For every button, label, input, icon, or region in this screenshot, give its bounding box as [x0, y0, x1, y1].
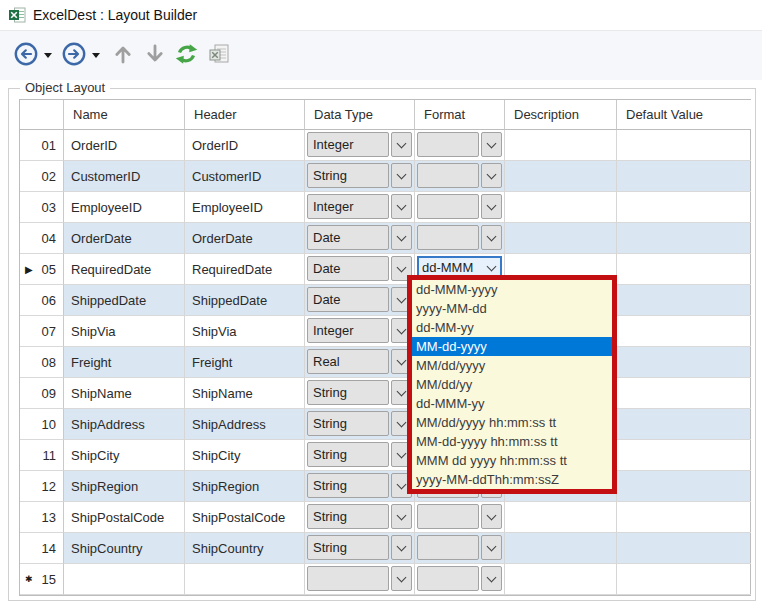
description-cell[interactable] [505, 161, 617, 192]
name-cell[interactable]: EmployeeID [64, 192, 185, 223]
combobox-dropdown-button[interactable] [391, 225, 412, 250]
data-type-combobox[interactable]: Date [307, 225, 412, 250]
combobox-dropdown-button[interactable] [481, 566, 502, 591]
column-header-format[interactable]: Format [415, 100, 505, 130]
default-value-cell[interactable] [617, 316, 751, 347]
data-type-combobox[interactable]: String [307, 411, 412, 436]
data-type-combobox[interactable]: String [307, 380, 412, 405]
row-header[interactable]: 11 [20, 440, 64, 471]
default-value-cell[interactable] [617, 130, 751, 161]
data-type-combobox[interactable] [307, 566, 412, 591]
description-cell[interactable] [505, 192, 617, 223]
name-cell[interactable]: ShipCity [64, 440, 185, 471]
format-combobox[interactable] [417, 163, 502, 188]
combobox-dropdown-button[interactable] [391, 132, 412, 157]
column-header-data-type[interactable]: Data Type [305, 100, 415, 130]
format-option[interactable]: MM-dd-yyyy [412, 337, 612, 356]
row-header[interactable]: 13 [20, 502, 64, 533]
combobox-dropdown-button[interactable] [481, 504, 502, 529]
move-up-button[interactable] [112, 42, 134, 69]
format-combobox[interactable] [417, 504, 502, 529]
export-excel-button[interactable] [207, 43, 231, 69]
data-type-combobox[interactable]: Date [307, 256, 412, 281]
default-value-cell[interactable] [617, 409, 751, 440]
name-cell[interactable] [64, 564, 185, 595]
header-cell[interactable]: RequiredDate [185, 254, 305, 285]
header-cell[interactable]: Freight [185, 347, 305, 378]
format-option[interactable]: dd-MMM-yyyy [412, 280, 612, 299]
format-option[interactable]: MM/dd/yyyy hh:mm:ss tt [412, 413, 612, 432]
name-cell[interactable]: ShipName [64, 378, 185, 409]
data-type-combobox[interactable]: String [307, 442, 412, 467]
data-type-combobox[interactable]: String [307, 504, 412, 529]
forward-history-button[interactable] [92, 53, 100, 58]
header-cell[interactable]: ShipName [185, 378, 305, 409]
column-header-default-value[interactable]: Default Value [617, 100, 751, 130]
description-cell[interactable] [505, 223, 617, 254]
header-cell[interactable]: EmployeeID [185, 192, 305, 223]
name-cell[interactable]: ShipCountry [64, 533, 185, 564]
default-value-cell[interactable] [617, 254, 751, 285]
row-header[interactable]: 01 [20, 130, 64, 161]
description-cell[interactable] [505, 533, 617, 564]
header-cell[interactable]: ShipPostalCode [185, 502, 305, 533]
name-cell[interactable]: RequiredDate [64, 254, 185, 285]
format-option[interactable]: dd-MM-yy [412, 318, 612, 337]
combobox-dropdown-button[interactable] [391, 163, 412, 188]
name-cell[interactable]: OrderID [64, 130, 185, 161]
default-value-cell[interactable] [617, 533, 751, 564]
row-header[interactable]: 14 [20, 533, 64, 564]
header-cell[interactable]: ShippedDate [185, 285, 305, 316]
format-combobox[interactable] [417, 194, 502, 219]
default-value-cell[interactable] [617, 192, 751, 223]
format-option[interactable]: MM-dd-yyyy hh:mm:ss tt [412, 432, 612, 451]
back-button[interactable] [14, 42, 38, 69]
format-option[interactable]: yyyy-MM-ddThh:mm:ssZ [412, 470, 612, 489]
refresh-button[interactable] [174, 42, 199, 69]
name-cell[interactable]: ShipRegion [64, 471, 185, 502]
back-history-button[interactable] [44, 53, 52, 58]
name-cell[interactable]: Freight [64, 347, 185, 378]
combobox-dropdown-button[interactable] [391, 535, 412, 560]
combobox-dropdown-button[interactable] [481, 225, 502, 250]
data-type-combobox[interactable]: Real [307, 349, 412, 374]
header-cell[interactable]: OrderID [185, 130, 305, 161]
header-cell[interactable]: ShipRegion [185, 471, 305, 502]
default-value-cell[interactable] [617, 440, 751, 471]
header-cell[interactable]: OrderDate [185, 223, 305, 254]
column-header-rownum[interactable] [20, 100, 64, 130]
default-value-cell[interactable] [617, 471, 751, 502]
row-header[interactable]: 02 [20, 161, 64, 192]
data-type-combobox[interactable]: Integer [307, 132, 412, 157]
row-header[interactable]: ▶ 05 [20, 254, 64, 285]
format-option[interactable]: dd-MMM-yy [412, 394, 612, 413]
combobox-dropdown-button[interactable] [481, 535, 502, 560]
row-header[interactable]: 06 [20, 285, 64, 316]
name-cell[interactable]: CustomerID [64, 161, 185, 192]
row-header[interactable]: 04 [20, 223, 64, 254]
row-header[interactable]: ✱ 15 [20, 564, 64, 595]
default-value-cell[interactable] [617, 285, 751, 316]
default-value-cell[interactable] [617, 223, 751, 254]
name-cell[interactable]: ShippedDate [64, 285, 185, 316]
row-header[interactable]: 03 [20, 192, 64, 223]
header-cell[interactable]: ShipCity [185, 440, 305, 471]
move-down-button[interactable] [144, 42, 166, 69]
header-cell[interactable]: ShipCountry [185, 533, 305, 564]
header-cell[interactable]: ShipAddress [185, 409, 305, 440]
combobox-dropdown-button[interactable] [391, 194, 412, 219]
default-value-cell[interactable] [617, 378, 751, 409]
combobox-dropdown-button[interactable] [481, 194, 502, 219]
default-value-cell[interactable] [617, 502, 751, 533]
default-value-cell[interactable] [617, 347, 751, 378]
combobox-dropdown-button[interactable] [391, 504, 412, 529]
data-type-combobox[interactable]: String [307, 163, 412, 188]
format-combobox[interactable] [417, 225, 502, 250]
data-type-combobox[interactable]: String [307, 535, 412, 560]
combobox-dropdown-button[interactable] [481, 132, 502, 157]
row-header[interactable]: 08 [20, 347, 64, 378]
row-header[interactable]: 10 [20, 409, 64, 440]
default-value-cell[interactable] [617, 564, 751, 595]
column-header-description[interactable]: Description [505, 100, 617, 130]
format-option[interactable]: MMM dd yyyy hh:mm:ss tt [412, 451, 612, 470]
